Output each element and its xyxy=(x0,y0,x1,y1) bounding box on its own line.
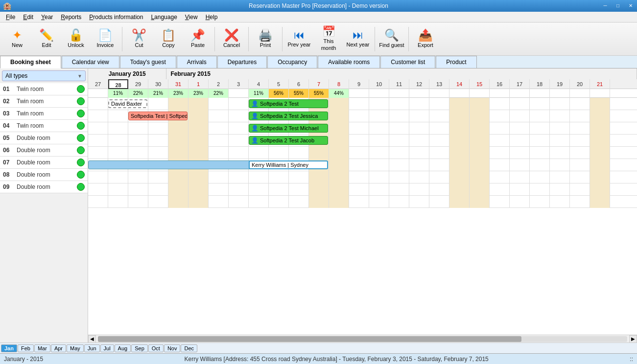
grid-cell-r0c24[interactable] xyxy=(570,98,590,110)
grid-cell-r0c15[interactable] xyxy=(389,98,409,110)
grid-cell-r1c13[interactable] xyxy=(349,110,369,122)
grid-cell-r6c15[interactable] xyxy=(389,171,409,183)
grid-cell-r0c3[interactable] xyxy=(148,98,168,110)
day-header-3[interactable]: 30 xyxy=(148,79,168,89)
day-header-11[interactable]: 7 xyxy=(309,79,329,89)
grid-cell-r1c7[interactable] xyxy=(229,110,249,122)
room-item-07[interactable]: 07 Double room xyxy=(0,157,88,169)
day-header-14[interactable]: 10 xyxy=(369,79,389,89)
day-header-10[interactable]: 6 xyxy=(289,79,309,89)
grid-cell-r4c2[interactable] xyxy=(128,147,148,159)
grid-cell-r4c4[interactable] xyxy=(168,147,189,159)
grid-cell-r1c12[interactable] xyxy=(329,110,349,122)
grid-cell-r6c22[interactable] xyxy=(530,171,550,183)
grid-cell-r4c24[interactable] xyxy=(570,147,590,159)
grid-cell-r6c25[interactable] xyxy=(590,171,610,183)
grid-cell-r0c13[interactable] xyxy=(349,98,369,110)
grid-cell-r2c22[interactable] xyxy=(530,122,550,135)
export-button[interactable]: 📤 Export xyxy=(411,25,440,53)
grid-cell-r8c7[interactable] xyxy=(229,196,249,208)
grid-cell-r7c4[interactable] xyxy=(168,183,189,196)
menu-year[interactable]: Year xyxy=(37,13,57,22)
grid-cell-r4c14[interactable] xyxy=(369,147,389,159)
grid-cell-r5c24[interactable] xyxy=(570,159,590,171)
grid-cell-r7c10[interactable] xyxy=(289,183,309,196)
grid-cell-r3c17[interactable] xyxy=(429,135,449,147)
grid-cell-r3c2[interactable] xyxy=(128,135,148,147)
grid-cell-r7c23[interactable] xyxy=(550,183,570,196)
day-header-9[interactable]: 5 xyxy=(269,79,289,89)
month-tab-jul[interactable]: Jul xyxy=(100,344,114,352)
grid-cell-r6c12[interactable] xyxy=(329,171,349,183)
horizontal-scrollbar[interactable]: ◀ ▶ xyxy=(88,335,637,342)
booking-bar[interactable]: 👤Softpedia 2 Test Michael xyxy=(249,124,328,133)
grid-cell-r4c1[interactable] xyxy=(108,147,128,159)
grid-cell-r7c8[interactable] xyxy=(249,183,269,196)
grid-cell-r1c14[interactable] xyxy=(369,110,389,122)
invoice-button[interactable]: 📄 Invoice xyxy=(91,25,119,53)
tab-departures[interactable]: Departures xyxy=(217,56,267,68)
grid-cell-r1c23[interactable] xyxy=(550,110,570,122)
month-tab-mar[interactable]: Mar xyxy=(34,344,50,352)
grid-cell-r2c7[interactable] xyxy=(229,122,249,135)
grid-cell-r6c16[interactable] xyxy=(409,171,429,183)
grid-cell-r4c21[interactable] xyxy=(510,147,530,159)
grid-cell-r0c16[interactable] xyxy=(409,98,429,110)
grid-cell-r4c22[interactable] xyxy=(530,147,550,159)
grid-cell-r1c1[interactable] xyxy=(108,110,128,122)
grid-cell-r5c19[interactable] xyxy=(470,159,490,171)
room-item-02[interactable]: 02 Twin room xyxy=(0,95,88,108)
menu-products[interactable]: Products information xyxy=(85,13,147,22)
grid-cell-r8c23[interactable] xyxy=(550,196,570,208)
grid-cell-r7c1[interactable] xyxy=(108,183,128,196)
grid-cell-r2c16[interactable] xyxy=(409,122,429,135)
grid-cell-r2c0[interactable] xyxy=(88,122,108,135)
grid-cell-r5c21[interactable] xyxy=(510,159,530,171)
grid-cell-r7c3[interactable] xyxy=(148,183,168,196)
grid-cell-r6c10[interactable] xyxy=(289,171,309,183)
day-header-8[interactable]: 4 xyxy=(249,79,269,89)
grid-cell-r6c24[interactable] xyxy=(570,171,590,183)
grid-cell-r0c21[interactable] xyxy=(510,98,530,110)
grid-cell-r5c13[interactable] xyxy=(349,159,369,171)
grid-cell-r7c19[interactable] xyxy=(470,183,490,196)
booking-bar[interactable]: Kerry Williams | Sydney xyxy=(249,160,328,169)
scrollbar-thumb[interactable] xyxy=(98,336,521,342)
grid-cell-r4c0[interactable] xyxy=(88,147,108,159)
booking-bar[interactable]: 👤Softpedia 2 Test Jessica xyxy=(249,112,328,120)
grid-cell-r1c5[interactable] xyxy=(189,110,209,122)
grid-cell-r0c14[interactable] xyxy=(369,98,389,110)
grid-cell-r7c13[interactable] xyxy=(349,183,369,196)
grid-cell-r8c21[interactable] xyxy=(510,196,530,208)
booking-bar[interactable]: Softpedia Test | Softpedia test xyxy=(128,112,188,120)
day-header-1[interactable]: 28 xyxy=(108,79,128,89)
tab-available-rooms[interactable]: Available rooms xyxy=(318,56,380,68)
grid-cell-r8c14[interactable] xyxy=(369,196,389,208)
grid-cell-r5c20[interactable] xyxy=(490,159,510,171)
grid-cell-r5c12[interactable] xyxy=(329,159,349,171)
day-header-20[interactable]: 16 xyxy=(490,79,510,89)
grid-cell-r6c2[interactable] xyxy=(128,171,148,183)
cut-button[interactable]: ✂️ Cut xyxy=(125,25,153,53)
grid-cell-r2c4[interactable] xyxy=(168,122,189,135)
grid-cell-r3c12[interactable] xyxy=(329,135,349,147)
month-tab-jun[interactable]: Jun xyxy=(84,344,100,352)
grid-cell-r5c18[interactable] xyxy=(449,159,470,171)
room-item-04[interactable]: 04 Twin room xyxy=(0,120,88,132)
menu-language[interactable]: Language xyxy=(147,13,181,22)
grid-cell-r2c20[interactable] xyxy=(490,122,510,135)
room-item-09[interactable]: 09 Double room xyxy=(0,181,88,193)
grid-cell-r8c20[interactable] xyxy=(490,196,510,208)
grid-cell-r0c19[interactable] xyxy=(470,98,490,110)
room-type-filter[interactable]: All types ▼ xyxy=(2,70,86,81)
grid-cell-r3c14[interactable] xyxy=(369,135,389,147)
copy-button[interactable]: 📋 Copy xyxy=(154,25,183,53)
restore-button[interactable]: □ xyxy=(612,0,624,12)
grid-cell-r7c14[interactable] xyxy=(369,183,389,196)
grid-cell-r6c9[interactable] xyxy=(269,171,289,183)
grid-cell-r8c13[interactable] xyxy=(349,196,369,208)
grid-cell-r3c1[interactable] xyxy=(108,135,128,147)
grid-cell-r6c18[interactable] xyxy=(449,171,470,183)
day-header-6[interactable]: 2 xyxy=(209,79,229,89)
grid-cell-r0c17[interactable] xyxy=(429,98,449,110)
